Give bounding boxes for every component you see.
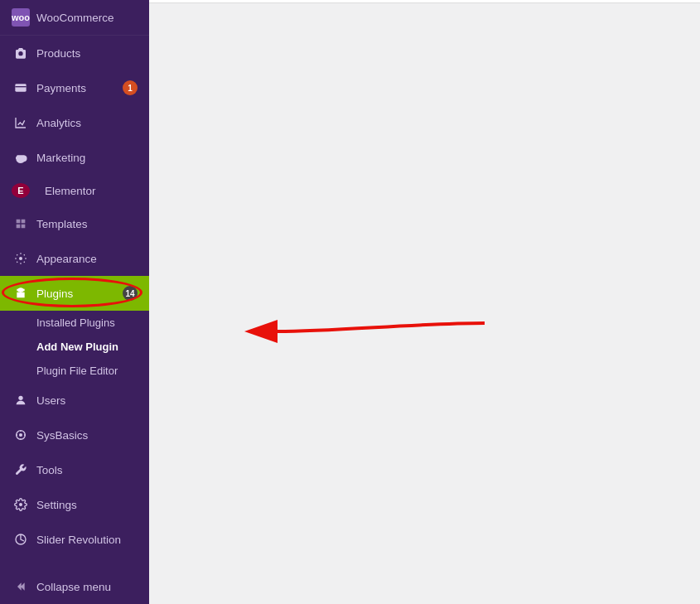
woo-icon: woo xyxy=(12,8,30,27)
plugin-file-editor-link[interactable]: Plugin File Editor xyxy=(0,359,149,383)
svg-point-3 xyxy=(19,433,22,437)
payments-badge: 1 xyxy=(123,80,138,95)
add-new-plugin-link[interactable]: Add New Plugin xyxy=(0,335,149,359)
arrow-annotation xyxy=(269,307,501,365)
elementor-icon: E xyxy=(12,183,30,198)
sidebar-item-users[interactable]: Users xyxy=(0,383,149,418)
sysbasics-icon xyxy=(12,426,30,444)
main-content xyxy=(149,0,700,604)
tools-icon xyxy=(12,461,30,479)
sidebar-item-appearance[interactable]: Appearance xyxy=(0,241,149,276)
slider-revolution-icon xyxy=(12,530,30,548)
marketing-icon xyxy=(12,148,30,167)
sidebar-item-tools[interactable]: Tools xyxy=(0,452,149,487)
sidebar-item-label: Elementor xyxy=(45,185,138,197)
sidebar-item-label: Templates xyxy=(36,218,138,230)
plugins-icon xyxy=(12,284,30,302)
sidebar-item-settings[interactable]: Settings xyxy=(0,487,149,522)
sidebar-item-label: Plugins xyxy=(36,288,118,300)
sidebar-item-label: Marketing xyxy=(36,152,138,164)
sidebar-item-label: Users xyxy=(36,394,138,407)
sidebar-item-label: WooCommerce xyxy=(36,12,114,24)
svg-rect-0 xyxy=(15,84,26,91)
sidebar-item-analytics[interactable]: Analytics xyxy=(0,105,149,140)
sidebar-item-label: Products xyxy=(36,47,138,60)
settings-icon xyxy=(12,495,30,514)
sidebar-item-payments[interactable]: Payments 1 xyxy=(0,70,149,105)
sidebar-item-sysbasics[interactable]: SysBasics xyxy=(0,418,149,452)
appearance-icon xyxy=(12,249,30,268)
sidebar-item-label: Tools xyxy=(36,464,138,476)
sidebar-item-label: Collapse menu xyxy=(36,581,138,593)
sidebar-item-label: Appearance xyxy=(36,253,138,265)
collapse-icon xyxy=(12,577,30,596)
sidebar-item-plugins[interactable]: Plugins 14 xyxy=(0,276,149,311)
sidebar-item-products[interactable]: Products xyxy=(0,36,149,70)
sidebar-item-slider-revolution[interactable]: Slider Revolution xyxy=(0,522,149,557)
sidebar-item-label: SysBasics xyxy=(36,429,138,442)
plugins-submenu: Installed Plugins Add New Plugin Plugin … xyxy=(0,311,149,383)
sidebar-item-templates[interactable]: Templates xyxy=(0,206,149,241)
svg-point-1 xyxy=(19,257,22,260)
templates-icon xyxy=(12,215,30,233)
sidebar-item-label: Payments xyxy=(36,82,118,94)
sidebar-item-marketing[interactable]: Marketing xyxy=(0,140,149,175)
sidebar: woo WooCommerce Products Payments 1 Anal… xyxy=(0,0,149,604)
sidebar-item-elementor[interactable]: E Elementor xyxy=(0,175,149,206)
users-icon xyxy=(12,391,30,409)
products-icon xyxy=(12,44,30,62)
installed-plugins-link[interactable]: Installed Plugins xyxy=(0,311,149,335)
sidebar-item-label: Analytics xyxy=(36,117,138,129)
sidebar-item-label: Slider Revolution xyxy=(36,534,138,546)
sidebar-item-collapse[interactable]: Collapse menu xyxy=(0,569,149,604)
sidebar-item-label: Settings xyxy=(36,499,138,511)
plugins-badge: 14 xyxy=(123,286,138,301)
payments-icon xyxy=(12,79,30,97)
svg-point-2 xyxy=(18,396,22,400)
analytics-icon xyxy=(12,114,30,132)
sidebar-item-woocommerce[interactable]: woo WooCommerce xyxy=(0,0,149,36)
